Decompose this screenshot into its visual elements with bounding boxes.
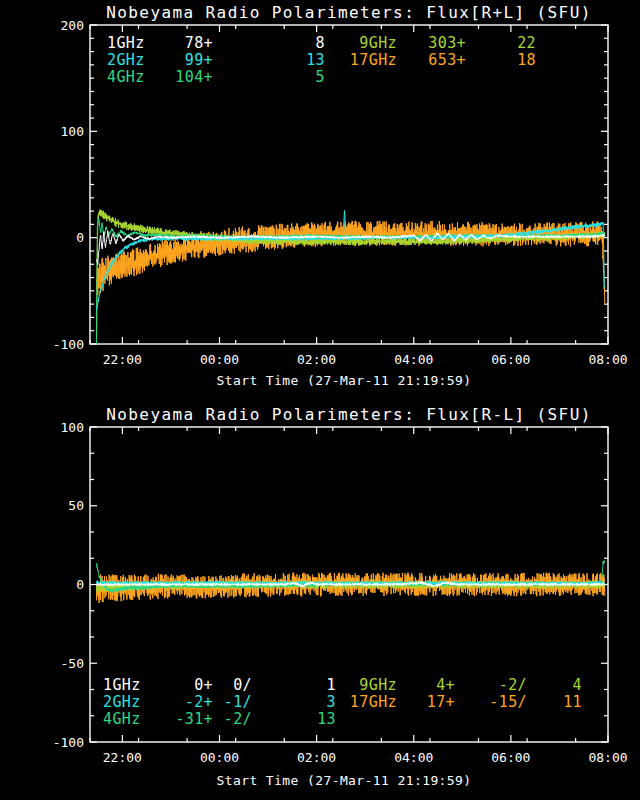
legend-value: 11 — [563, 693, 582, 711]
legend-label-17GHz: 17GHz — [350, 693, 397, 711]
legend-value: 5 — [316, 68, 325, 86]
y-tick-label: -50 — [61, 656, 84, 671]
legend-label-2GHz: 2GHz — [103, 693, 141, 711]
x-tick-label: 02:00 — [297, 352, 336, 367]
legend-value: 22 — [517, 34, 536, 52]
legend-value: 13 — [306, 51, 325, 69]
legend-value: 17+ — [427, 693, 455, 711]
nobeyama-radio-polarimeters-screen: Nobeyama Radio Polarimeters: Flux[R+L] (… — [0, 0, 640, 800]
y-tick-label: 200 — [61, 18, 84, 33]
x-tick-label: 04:00 — [394, 750, 433, 765]
x-tick-label: 22:00 — [103, 352, 142, 367]
legend-value: -2/ — [499, 676, 527, 694]
x-tick-label: 08:00 — [588, 750, 627, 765]
legend-label-9GHz: 9GHz — [359, 676, 397, 694]
y-tick-label: 0 — [76, 230, 84, 245]
axis-ticks — [90, 25, 608, 344]
legend-value: 4 — [573, 676, 582, 694]
x-tick-label: 08:00 — [588, 352, 627, 367]
x-tick-label: 22:00 — [103, 750, 142, 765]
legend-value: 0+ — [194, 676, 213, 694]
y-tick-label: 100 — [61, 124, 84, 139]
legend-label-2GHz: 2GHz — [107, 51, 145, 69]
x-tick-label: 04:00 — [394, 352, 433, 367]
legend-value: 0/ — [233, 676, 252, 694]
legend-label-9GHz: 9GHz — [359, 34, 397, 52]
legend-value: 13 — [317, 710, 336, 728]
legend-value: -2+ — [185, 693, 213, 711]
plot-frame — [90, 25, 608, 344]
legend-value: 4+ — [436, 676, 455, 694]
chart-title-diff: Nobeyama Radio Polarimeters: Flux[R-L] (… — [106, 405, 591, 424]
y-tick-label: -100 — [53, 735, 84, 750]
x-axis-label-diff: Start Time (27-Mar-11 21:19:59) — [216, 773, 471, 788]
legend-label-1GHz: 1GHz — [103, 676, 141, 694]
x-tick-label: 06:00 — [491, 352, 530, 367]
y-tick-label: 100 — [61, 420, 84, 435]
legend-value: 1 — [327, 676, 336, 694]
x-axis-label-sum: Start Time (27-Mar-11 21:19:59) — [216, 373, 471, 388]
legend-value: 18 — [517, 51, 536, 69]
legend-label-17GHz: 17GHz — [350, 51, 397, 69]
legend-label-4GHz: 4GHz — [103, 710, 141, 728]
legend-value: 653+ — [428, 51, 466, 69]
x-tick-label: 00:00 — [200, 352, 239, 367]
y-tick-label: 50 — [68, 498, 84, 513]
legend-value: 104+ — [175, 68, 213, 86]
x-tick-label: 00:00 — [200, 750, 239, 765]
legend-value: -15/ — [489, 693, 527, 711]
flux-sum-chart: Nobeyama Radio Polarimeters: Flux[R+L] (… — [0, 0, 640, 400]
legend-value: 8 — [316, 34, 325, 52]
flux-diff-chart: Nobeyama Radio Polarimeters: Flux[R-L] (… — [0, 400, 640, 800]
x-tick-label: 06:00 — [491, 750, 530, 765]
x-tick-label: 02:00 — [297, 750, 336, 765]
legend-value: -31+ — [175, 710, 213, 728]
legend-value: 99+ — [185, 51, 213, 69]
legend-label-1GHz: 1GHz — [107, 34, 145, 52]
legend-value: 3 — [327, 693, 336, 711]
chart-title-sum: Nobeyama Radio Polarimeters: Flux[R+L] (… — [106, 3, 591, 22]
legend-value: -2/ — [224, 710, 252, 728]
legend-value: -1/ — [224, 693, 252, 711]
legend-label-4GHz: 4GHz — [107, 68, 145, 86]
y-tick-label: 0 — [76, 577, 84, 592]
legend-value: 303+ — [428, 34, 466, 52]
y-tick-label: -100 — [53, 337, 84, 352]
legend-value: 78+ — [185, 34, 213, 52]
